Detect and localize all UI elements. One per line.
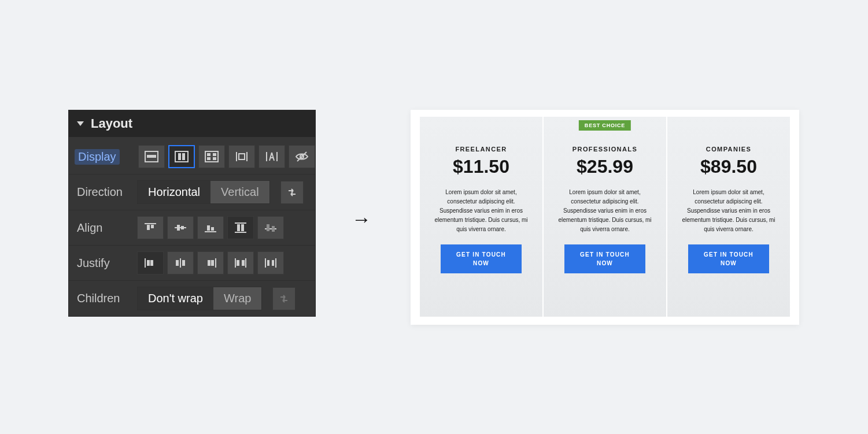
svg-rect-51 — [272, 260, 274, 266]
justify-between-icon — [233, 257, 248, 269]
caret-down-icon — [77, 121, 84, 126]
svg-rect-29 — [241, 224, 244, 231]
justify-start-icon — [143, 257, 158, 269]
label-children: Children — [75, 292, 130, 305]
display-none-button[interactable] — [289, 145, 315, 168]
svg-rect-28 — [237, 224, 240, 231]
children-nowrap-button[interactable]: Don't wrap — [138, 287, 213, 310]
inline-icon — [264, 150, 279, 163]
svg-rect-50 — [267, 260, 269, 266]
label-justify: Justify — [75, 257, 130, 270]
pricing-card-freelancer: FREELANCER $11.50 Lorem ipsum dolor sit … — [420, 117, 544, 317]
svg-rect-46 — [237, 260, 239, 266]
svg-rect-9 — [213, 157, 216, 160]
children-wrap-button[interactable]: Wrap — [213, 287, 261, 310]
justify-end-icon — [203, 257, 218, 269]
svg-rect-34 — [272, 229, 275, 232]
svg-rect-25 — [211, 227, 214, 231]
svg-line-16 — [297, 152, 306, 161]
justify-around-icon — [263, 257, 278, 269]
row-display: Display — [69, 137, 315, 174]
cta-button[interactable]: GET IN TOUCH NOW — [564, 244, 645, 273]
svg-rect-47 — [242, 260, 245, 266]
tier-label: COMPANIES — [706, 146, 751, 153]
display-grid-button[interactable] — [198, 145, 225, 168]
price: $11.50 — [453, 156, 509, 177]
align-start-button[interactable] — [137, 216, 164, 239]
row-direction: Direction Horizontal Vertical — [69, 174, 315, 210]
display-flex-button[interactable] — [168, 145, 195, 168]
flex-icon — [174, 150, 189, 163]
tier-label: PROFESSIONALS — [572, 146, 637, 153]
pricing-preview: FREELANCER $11.50 Lorem ipsum dolor sit … — [411, 110, 799, 325]
children-segment: Don't wrap Wrap — [137, 287, 262, 310]
direction-horizontal-button[interactable]: Horizontal — [138, 181, 210, 203]
arrow-right-icon: → — [352, 208, 371, 231]
grid-icon — [204, 150, 219, 163]
svg-rect-39 — [176, 260, 179, 266]
justify-center-button[interactable] — [167, 251, 194, 275]
svg-rect-40 — [182, 260, 185, 266]
display-inline-button[interactable] — [258, 145, 285, 168]
svg-rect-21 — [177, 225, 180, 231]
label-align: Align — [75, 221, 130, 235]
justify-center-icon — [173, 257, 188, 269]
row-children: Children Don't wrap Wrap — [69, 280, 315, 316]
tier-label: FREELANCER — [455, 146, 507, 153]
pricing-card-professionals: BEST CHOICE PROFESSIONALS $25.99 Lorem i… — [544, 117, 667, 317]
justify-start-button[interactable] — [137, 251, 164, 275]
row-align: Align — [69, 210, 315, 245]
direction-vertical-button[interactable]: Vertical — [210, 181, 269, 203]
reverse-icon — [278, 293, 290, 305]
display-inline-block-button[interactable] — [228, 145, 255, 168]
children-reverse-button[interactable] — [272, 287, 296, 310]
svg-rect-1 — [147, 155, 156, 158]
align-baseline-button[interactable] — [257, 216, 284, 239]
block-icon — [144, 150, 159, 163]
align-buttons — [137, 216, 284, 239]
align-center-icon — [173, 221, 188, 234]
svg-rect-6 — [207, 153, 210, 156]
svg-rect-3 — [178, 153, 181, 160]
align-baseline-icon — [263, 221, 278, 234]
price: $25.99 — [577, 156, 633, 177]
svg-rect-2 — [175, 151, 188, 162]
svg-rect-5 — [205, 151, 218, 162]
align-stretch-button[interactable] — [227, 216, 254, 239]
panel-header[interactable]: Layout — [69, 110, 315, 137]
layout-panel: Layout Display — [68, 110, 316, 317]
svg-rect-37 — [150, 260, 153, 266]
label-display: Display — [75, 149, 120, 165]
justify-end-button[interactable] — [197, 251, 224, 275]
row-justify: Justify — [69, 245, 315, 280]
display-buttons — [138, 145, 315, 168]
description: Lorem ipsum dolor sit amet, consectetur … — [430, 188, 532, 234]
svg-rect-4 — [182, 153, 185, 160]
justify-space-around-button[interactable] — [257, 251, 284, 275]
svg-rect-18 — [147, 225, 150, 230]
direction-reverse-button[interactable] — [280, 181, 304, 204]
price: $89.50 — [700, 156, 757, 177]
description: Lorem ipsum dolor sit amet, consectetur … — [554, 188, 656, 234]
align-start-icon — [143, 221, 158, 234]
justify-buttons — [137, 251, 284, 275]
svg-rect-43 — [211, 260, 214, 266]
svg-rect-32 — [272, 226, 275, 229]
cta-button[interactable]: GET IN TOUCH NOW — [441, 244, 522, 273]
svg-rect-19 — [151, 225, 154, 228]
svg-rect-36 — [147, 260, 150, 266]
svg-rect-31 — [267, 224, 269, 229]
cta-button[interactable]: GET IN TOUCH NOW — [688, 244, 769, 273]
panel-title: Layout — [91, 116, 132, 131]
align-end-button[interactable] — [197, 216, 224, 239]
svg-rect-24 — [207, 225, 210, 231]
svg-rect-33 — [267, 229, 269, 231]
justify-space-between-button[interactable] — [227, 251, 254, 275]
svg-rect-12 — [239, 154, 245, 159]
pricing-card-companies: COMPANIES $89.50 Lorem ipsum dolor sit a… — [667, 117, 790, 317]
svg-rect-7 — [213, 153, 216, 156]
eye-off-icon — [294, 150, 309, 163]
display-block-button[interactable] — [138, 145, 165, 168]
align-center-button[interactable] — [167, 216, 194, 239]
description: Lorem ipsum dolor sit amet, consectetur … — [678, 188, 780, 234]
